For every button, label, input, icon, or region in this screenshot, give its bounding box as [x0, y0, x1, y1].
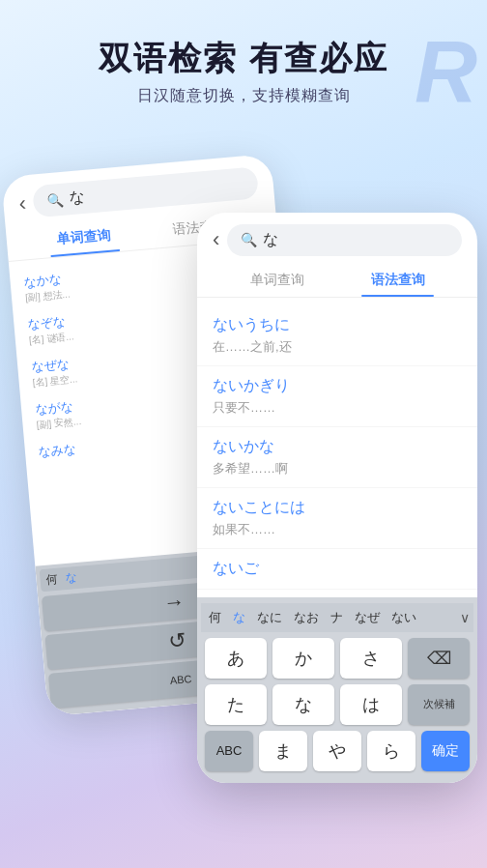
- header: R 双语检索 有查必应 日汉随意切换，支持模糊查询: [0, 0, 487, 126]
- back-kana-na[interactable]: な: [65, 569, 77, 587]
- key-ka[interactable]: か: [272, 638, 334, 679]
- kana-key-he[interactable]: 何: [205, 607, 225, 628]
- keyboard-row-3: ABC ま や ら 确定: [205, 731, 470, 771]
- back-kana-he[interactable]: 何: [45, 571, 58, 589]
- front-phone: ‹ 🔍 な 单词查询 语法查询 ないうちに 在……之前,还: [197, 213, 477, 783]
- key-next[interactable]: 次候補: [408, 684, 470, 725]
- kana-key-NA[interactable]: ナ: [327, 607, 347, 628]
- front-tab-bar: 单词查询 语法查询: [197, 264, 477, 298]
- list-item[interactable]: ないかな 多希望……啊: [197, 427, 477, 488]
- keyboard-rows: あ か さ ⌫ た な は 次候補 ABC ま: [201, 632, 473, 777]
- front-grammar-list: ないうちに 在……之前,还 ないかぎり 只要不…… ないかな 多希望……啊 ない…: [197, 298, 477, 597]
- kana-key-naze[interactable]: なぜ: [351, 607, 384, 628]
- key-na[interactable]: な: [272, 684, 334, 725]
- key-sa[interactable]: さ: [340, 638, 402, 679]
- kana-key-nai[interactable]: ない: [387, 607, 420, 628]
- front-tab-grammar[interactable]: 语法查询: [337, 272, 458, 297]
- front-search-text: な: [263, 230, 278, 250]
- key-ra[interactable]: ら: [367, 731, 415, 771]
- front-keyboard: 何 な なに なお ナ なぜ ない ∨ あ か さ ⌫: [197, 597, 477, 783]
- keyboard-row-2: た な は 次候補: [205, 684, 470, 725]
- kana-key-na[interactable]: な: [229, 607, 249, 628]
- key-ta[interactable]: た: [205, 684, 267, 725]
- front-tab-words[interactable]: 单词查询: [216, 272, 337, 297]
- list-item[interactable]: ないうちに 在……之前,还: [197, 305, 477, 366]
- front-search-bar: ‹ 🔍 な: [197, 213, 477, 264]
- key-confirm[interactable]: 确定: [421, 731, 470, 771]
- r-logo: R: [415, 29, 477, 116]
- key-delete[interactable]: ⌫: [408, 638, 470, 679]
- subtitle: 日汉随意切换，支持模糊查询: [19, 86, 468, 106]
- front-search-input[interactable]: 🔍 な: [227, 224, 462, 256]
- back-search-text: な: [69, 188, 86, 209]
- expand-icon[interactable]: ∨: [460, 610, 470, 625]
- key-a[interactable]: あ: [205, 638, 267, 679]
- list-item[interactable]: ないことには 如果不……: [197, 488, 477, 549]
- keyboard-row-1: あ か さ ⌫: [205, 638, 470, 679]
- kana-key-nani[interactable]: なに: [253, 607, 286, 628]
- phones-container: ‹ 🔍 な 单词查询 语法查询 なかな [副] 想法...: [0, 135, 487, 812]
- kana-key-nao[interactable]: なお: [290, 607, 323, 628]
- list-item[interactable]: ないかぎり 只要不……: [197, 366, 477, 427]
- front-back-arrow-icon[interactable]: ‹: [213, 227, 219, 252]
- list-item[interactable]: ないご: [197, 549, 477, 590]
- back-arrow-icon[interactable]: ‹: [17, 189, 27, 216]
- front-search-icon: 🔍: [241, 232, 257, 247]
- key-ha[interactable]: は: [340, 684, 402, 725]
- main-title: 双语检索 有查必应: [19, 39, 468, 78]
- key-ya[interactable]: や: [313, 731, 361, 771]
- key-abc[interactable]: ABC: [205, 731, 253, 771]
- key-ma[interactable]: ま: [259, 731, 307, 771]
- kana-suggestions-row: 何 な なに なお ナ なぜ ない ∨: [201, 603, 473, 632]
- search-icon: 🔍: [46, 191, 64, 208]
